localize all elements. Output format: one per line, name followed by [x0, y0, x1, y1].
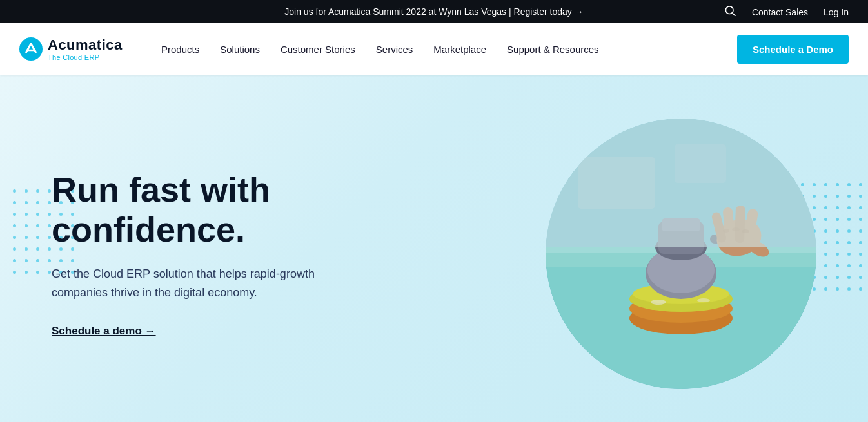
svg-point-0 [725, 6, 733, 14]
nav-item-support[interactable]: Support & Resources [507, 41, 599, 57]
contact-sales-link[interactable]: Contact Sales [752, 6, 808, 17]
svg-rect-27 [578, 157, 655, 209]
logo-tagline: The Cloud ERP [48, 53, 123, 61]
hero-image [546, 119, 816, 389]
hero-image-circle [546, 119, 816, 389]
announcement-text: Join us for Acumatica Summit 2022 at Wyn… [284, 6, 583, 17]
logo-name: Acumatica [48, 37, 123, 53]
logo[interactable]: Acumatica The Cloud ERP [19, 37, 135, 61]
bar-actions: Contact Sales Log In [724, 5, 849, 19]
schedule-demo-button[interactable]: Schedule a Demo [737, 35, 849, 64]
logo-icon [19, 37, 43, 61]
svg-point-29 [651, 300, 666, 305]
nav-links: Products Solutions Customer Stories Serv… [161, 41, 737, 57]
svg-line-1 [733, 13, 736, 16]
hero-heading: Run fast with confidence. [52, 169, 413, 249]
hero-cta-link[interactable]: Schedule a demo → [52, 325, 156, 338]
svg-point-30 [697, 298, 710, 302]
svg-rect-28 [675, 144, 726, 183]
search-icon[interactable] [724, 5, 736, 19]
hero-content: Run fast with confidence. Get the Cloud … [52, 169, 413, 338]
log-in-link[interactable]: Log In [824, 6, 849, 17]
nav-item-customer-stories[interactable]: Customer Stories [281, 41, 355, 57]
nav-item-services[interactable]: Services [376, 41, 413, 57]
nav-item-marketplace[interactable]: Marketplace [433, 41, 486, 57]
hero-illustration [546, 119, 816, 389]
nav-item-solutions[interactable]: Solutions [220, 41, 260, 57]
navbar: Acumatica The Cloud ERP Products Solutio… [0, 23, 868, 75]
svg-point-2 [19, 37, 43, 61]
nav-item-products[interactable]: Products [161, 41, 199, 57]
announcement-bar: Join us for Acumatica Summit 2022 at Wyn… [0, 0, 868, 23]
logo-text: Acumatica The Cloud ERP [48, 37, 123, 61]
hero-section: (function(){ const container = document.… [0, 75, 868, 422]
hero-subtext: Get the Cloud ERP solution that helps ra… [52, 265, 348, 302]
